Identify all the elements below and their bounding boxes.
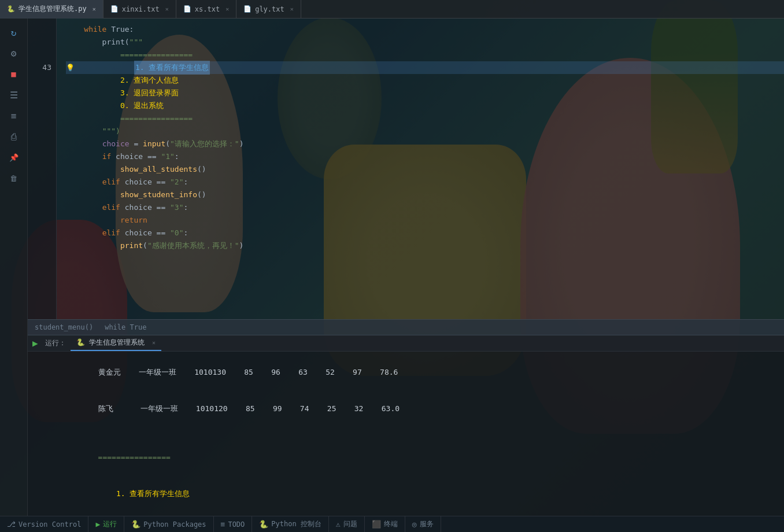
- status-python-console-label: Python 控制台: [271, 519, 321, 529]
- terminal-tab-active[interactable]: 🐍 学生信息管理系统 ✕: [71, 335, 162, 351]
- terminal-tab-bar: ▶ 运行： 🐍 学生信息管理系统 ✕: [28, 335, 784, 352]
- separator-left: student_menu(): [35, 323, 93, 331]
- linenum-54: [28, 201, 51, 214]
- status-problems-label: 问题: [343, 519, 357, 529]
- code-line-1: while True:: [66, 23, 784, 36]
- linenum-52: [28, 176, 51, 189]
- status-run[interactable]: ▶ 运行: [88, 516, 124, 532]
- linenum-48: [28, 125, 51, 138]
- tab-gly-close[interactable]: ✕: [290, 6, 294, 12]
- status-terminal[interactable]: ⬛ 终端: [365, 516, 405, 532]
- python-console-icon: 🐍: [259, 520, 268, 529]
- txt-icon-1: 📄: [110, 5, 119, 13]
- list2-icon[interactable]: ≡: [5, 106, 23, 125]
- trash-icon[interactable]: 🗑: [5, 169, 23, 187]
- linenum-3: [28, 49, 51, 61]
- status-terminal-label: 终端: [384, 519, 398, 529]
- linenum-56: [28, 227, 51, 239]
- status-problems[interactable]: ⚠ 问题: [329, 516, 365, 532]
- code-line-43: 💡 1. 查看所有学生信息: [66, 61, 784, 74]
- code-line-46: 0. 退出系统: [66, 99, 784, 112]
- tab-bar: 🐍 学生信息管理系统.py ✕ 📄 xinxi.txt ✕ 📄 xs.txt ✕…: [0, 0, 784, 19]
- linenum-43: 43: [28, 61, 51, 74]
- status-todo-label: TODO: [228, 520, 245, 529]
- code-lines: while True: print( """ ===============: [57, 19, 784, 319]
- code-line-49: choice = input ( "请输入您的选择：" ): [66, 138, 784, 150]
- code-line-45: 3. 退回登录界面: [66, 87, 784, 99]
- output-line-6: 2. 查询个人信息: [35, 512, 777, 516]
- code-line-56: elif choice == "0" :: [66, 227, 784, 239]
- status-python-packages-label: Python Packages: [143, 520, 206, 529]
- code-line-48: """): [66, 125, 784, 138]
- linenum-47: [28, 112, 51, 125]
- separator-bar: student_menu() while True: [28, 319, 784, 335]
- line-numbers: 43: [28, 19, 57, 319]
- tab-xs-close[interactable]: ✕: [225, 6, 229, 12]
- status-bar: ⎇ Version Control ▶ 运行 🐍 Python Packages…: [0, 516, 784, 532]
- terminal-panel: ▶ 运行： 🐍 学生信息管理系统 ✕ 黄金元 一年级一班 1010130 85 …: [28, 335, 784, 516]
- status-python-packages[interactable]: 🐍 Python Packages: [124, 516, 213, 532]
- linenum-46: [28, 99, 51, 112]
- output-line-3: [35, 427, 777, 439]
- stop-icon[interactable]: ■: [5, 65, 23, 83]
- list-icon[interactable]: ☰: [5, 86, 23, 104]
- run-label: 运行：: [45, 338, 66, 348]
- status-todo[interactable]: ≡ TODO: [214, 516, 253, 532]
- terminal-icon: ⬛: [372, 520, 381, 529]
- linenum-51: [28, 163, 51, 176]
- services-icon: ◎: [412, 520, 417, 529]
- separator-right: while True: [105, 323, 146, 331]
- python-packages-icon: 🐍: [131, 520, 140, 529]
- main-area: ↻ ⚙ ■ ☰ ≡ ⎙ 📌 🗑 43: [0, 19, 784, 516]
- status-python-console[interactable]: 🐍 Python 控制台: [252, 516, 329, 532]
- linenum-50: [28, 150, 51, 163]
- status-services[interactable]: ◎ 服务: [405, 516, 441, 532]
- reload-icon[interactable]: ↻: [5, 23, 23, 42]
- linenum-57: [28, 239, 51, 252]
- ide-container: 🐍 学生信息管理系统.py ✕ 📄 xinxi.txt ✕ 📄 xs.txt ✕…: [0, 0, 784, 532]
- editor-split: 43: [28, 19, 784, 516]
- settings-icon[interactable]: ⚙: [5, 44, 23, 62]
- editor-area: 43: [28, 19, 784, 516]
- status-version-control[interactable]: ⎇ Version Control: [0, 516, 88, 532]
- tab-xinxi[interactable]: 📄 xinxi.txt ✕: [103, 0, 176, 19]
- tab-gly[interactable]: 📄 gly.txt ✕: [236, 0, 301, 19]
- todo-icon: ≡: [221, 520, 225, 529]
- code-line-50: if choice == "1" :: [66, 150, 784, 163]
- linenum-45: [28, 87, 51, 99]
- code-line-53: show_student_info (): [66, 189, 784, 201]
- code-line-54: elif choice == "3" :: [66, 201, 784, 214]
- terminal-content: 黄金元 一年级一班 1010130 85 96 63 52 97 78.6 陈飞…: [28, 352, 784, 516]
- status-run-label: 运行: [103, 519, 117, 529]
- linenum-49: [28, 138, 51, 150]
- status-version-control-label: Version Control: [19, 520, 81, 529]
- code-line-44: 2. 查询个人信息: [66, 74, 784, 87]
- output-line-1: 黄金元 一年级一班 1010130 85 96 63 52 97 78.6: [35, 354, 777, 390]
- code-editor[interactable]: 43: [28, 19, 784, 319]
- print-icon[interactable]: ⎙: [5, 127, 23, 146]
- run-title: 🐍 学生信息管理系统: [76, 338, 145, 346]
- linenum-1: [28, 23, 51, 36]
- bulb-icon: 💡: [66, 61, 77, 74]
- linenum-2: [28, 36, 51, 49]
- code-content: 43: [28, 19, 784, 319]
- run-status-icon: ▶: [95, 520, 100, 529]
- code-line-47: ================: [66, 112, 784, 125]
- output-line-5: 1. 查看所有学生信息: [35, 475, 777, 512]
- txt-icon-2: 📄: [183, 5, 191, 13]
- problems-icon: ⚠: [336, 520, 341, 529]
- txt-icon-3: 📄: [243, 5, 252, 13]
- output-line-2: 陈飞 一年级一班 1010120 85 99 74 25 32 63.0: [35, 390, 777, 427]
- tab-gly-label: gly.txt: [255, 5, 284, 13]
- terminal-close[interactable]: ✕: [152, 339, 156, 346]
- tab-xs[interactable]: 📄 xs.txt ✕: [176, 0, 236, 19]
- status-services-label: 服务: [420, 519, 434, 529]
- tab-xinxi-close[interactable]: ✕: [165, 6, 169, 12]
- pin-icon[interactable]: 📌: [5, 148, 23, 167]
- version-control-icon: ⎇: [7, 520, 16, 529]
- python-file-icon: 🐍: [7, 5, 15, 13]
- tab-main[interactable]: 🐍 学生信息管理系统.py ✕: [0, 0, 103, 19]
- tab-main-close[interactable]: ✕: [93, 6, 96, 12]
- linenum-55: [28, 214, 51, 227]
- tab-xinxi-label: xinxi.txt: [122, 5, 160, 13]
